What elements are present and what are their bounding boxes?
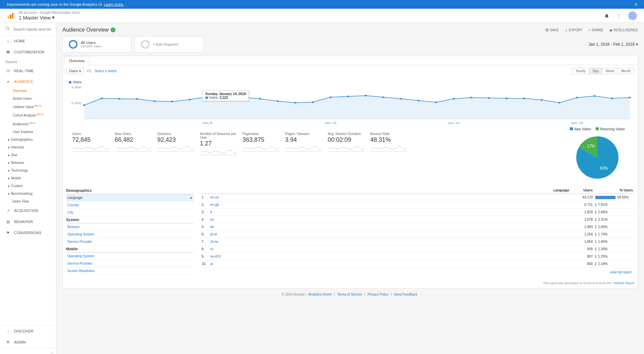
table-row: 3.fr 1,9292.66% [200, 209, 634, 216]
banner-close-icon[interactable]: × [635, 2, 637, 7]
sidebar-group-users-flow[interactable]: Users Flow [8, 197, 56, 205]
save-icon: 🖫 [545, 28, 549, 32]
sidebar: ⌂HOME ▦CUSTOMIZATION Reports ◷REAL-TIME … [0, 23, 56, 354]
export-button[interactable]: ⤓EXPORT [565, 28, 583, 32]
svg-point-21 [259, 98, 261, 100]
sidebar-group-technology[interactable]: ▸ Technology [8, 167, 56, 174]
chevron-right-icon: ▸ [8, 153, 10, 157]
chevron-right-icon: ▸ [8, 169, 10, 172]
lang-link-pt-br[interactable]: pt-br [210, 232, 217, 236]
home-icon: ⌂ [5, 39, 11, 43]
scorecard-avg-session-duration[interactable]: Avg. Session Duration00:02:09 [325, 132, 368, 156]
scorecard-bounce-rate[interactable]: Bounce Rate48.31% [368, 132, 410, 156]
sidebar-group-behavior[interactable]: ▸ Behavior [8, 159, 56, 167]
scorecard-sessions[interactable]: Sessions92,423 [155, 132, 197, 156]
lang-link-es[interactable]: es [210, 218, 214, 221]
lang-link-fr[interactable]: fr [210, 210, 212, 214]
announcement-banner: Improvements are coming soon to the Goog… [0, 0, 644, 9]
footer-link-terms-of-service[interactable]: Terms of Service [337, 293, 362, 296]
avatar[interactable] [628, 11, 637, 20]
share-button[interactable]: <SHARE [588, 28, 603, 32]
chart-tooltip: Sunday, January 14, 2018 Users: 2,122 [202, 90, 249, 101]
sidebar-item-home[interactable]: ⌂HOME [0, 36, 56, 46]
sidebar-group-interests[interactable]: ▸ Interests [8, 143, 56, 151]
chevron-right-icon: ▸ [8, 176, 10, 180]
time-toggle-week[interactable]: Week [602, 68, 618, 74]
sidebar-group-custom[interactable]: ▸ Custom [8, 182, 56, 190]
sidebar-item-customization[interactable]: ▦CUSTOMIZATION [0, 46, 56, 57]
tab-overview[interactable]: Overview [64, 56, 90, 65]
sidebar-item-realtime[interactable]: ◷REAL-TIME [0, 65, 56, 76]
lang-link-en-us[interactable]: en-us [210, 195, 219, 199]
banner-learn-more-link[interactable]: Learn more. [104, 2, 124, 6]
chevron-down-icon: ▾ [636, 42, 638, 47]
refresh-report-link[interactable]: Refresh Report [614, 281, 634, 285]
add-segment-button[interactable]: + Add Segment [135, 36, 203, 52]
dim-row-language[interactable]: Language▸ [66, 194, 194, 202]
intelligence-button[interactable]: ◉INTELLIGENCE [609, 28, 638, 32]
dim-row-screen-resolution[interactable]: Screen Resolution [66, 267, 194, 275]
dim-row-operating-system[interactable]: Operating System [66, 253, 194, 260]
search-input[interactable] [13, 27, 51, 31]
sidebar-group-benchmarking[interactable]: ▸ Benchmarking [8, 190, 56, 197]
sidebar-collapse-button[interactable]: ‹ [0, 348, 56, 354]
sidebar-group-mobile[interactable]: ▸ Mobile [8, 174, 56, 182]
sidebar-sub-user-explorer[interactable]: User Explorer [13, 128, 56, 136]
dim-row-service-provider[interactable]: Service Provider [66, 260, 194, 267]
date-range-picker[interactable]: Jan 1, 2018 - Feb 1, 2018▾ [589, 36, 638, 52]
visitor-pie-chart: New Visitor Returning Visitor 83%17% [560, 127, 634, 184]
notifications-icon[interactable] [604, 13, 610, 19]
users-line-chart[interactable]: 2,0004,000Jan 8Jan 15Jan 22Jan 29 [66, 85, 634, 125]
scorecard-pages-session[interactable]: Pages / Session3.94 [282, 132, 325, 156]
more-vert-icon[interactable]: ⋮ [616, 13, 622, 19]
sidebar-item-conversions[interactable]: ⚑CONVERSIONS [0, 227, 56, 238]
view-full-report-link[interactable]: view full report [610, 270, 632, 274]
svg-text:Jan 15: Jan 15 [324, 121, 336, 125]
lang-link-es-419[interactable]: es-419 [210, 255, 221, 258]
lang-link-ru[interactable]: ru [210, 247, 213, 251]
sidebar-sub-audiences[interactable]: AudiencesNEW [13, 120, 56, 128]
lang-link-de[interactable]: de [210, 225, 214, 229]
sidebar-sub-cohort-analysis[interactable]: Cohort AnalysisBETA [13, 111, 56, 119]
scorecard-new-users[interactable]: New Users66,482 [112, 132, 155, 156]
segment-all-users[interactable]: All Users100.00% Users [62, 36, 131, 52]
sidebar-search[interactable] [0, 23, 56, 36]
svg-point-25 [329, 96, 332, 98]
scorecard-pageviews[interactable]: Pageviews363,875 [240, 132, 282, 156]
dim-row-country[interactable]: Country [66, 202, 194, 209]
sidebar-sub-lifetime-value[interactable]: Lifetime ValueBETA [13, 102, 56, 111]
dim-row-city[interactable]: City [66, 209, 194, 216]
sidebar-item-admin[interactable]: ⚙ADMIN [0, 337, 56, 348]
scorecard-users[interactable]: Users72,845 [69, 132, 112, 156]
dim-row-service-provider[interactable]: Service Provider [66, 238, 194, 246]
sidebar-item-behavior[interactable]: ▥BEHAVIOR [0, 216, 56, 227]
chevron-right-icon: ▸ [8, 192, 10, 195]
lang-link-en-gb[interactable]: en-gb [210, 203, 219, 207]
breadcrumb[interactable]: All accounts › Google Merchandise Store … [19, 11, 80, 20]
time-toggle-month[interactable]: Month [618, 68, 634, 74]
select-metric-button[interactable]: Select a metric [95, 69, 117, 73]
sidebar-sub-overview[interactable]: Overview [13, 87, 56, 95]
lang-link-ja[interactable]: ja [210, 262, 213, 266]
metric-dropdown[interactable]: Users ▾ [66, 68, 84, 74]
dim-row-operating-system[interactable]: Operating System [66, 231, 194, 238]
sidebar-item-acquisition[interactable]: ↗ACQUISITION [0, 205, 56, 216]
dimension-selector: DemographicsLanguage▸CountryCitySystemBr… [66, 187, 194, 277]
table-row: 5.de 1,4832.05% [200, 223, 634, 231]
svg-point-33 [470, 97, 473, 98]
save-button[interactable]: 🖫SAVE [545, 28, 559, 32]
footer-link-send-feedback[interactable]: Send Feedback [394, 293, 417, 296]
lang-link-zh-tw[interactable]: zh-tw [210, 240, 218, 244]
footer-link-analytics-home[interactable]: Analytics Home [308, 293, 331, 296]
time-toggle-hourly[interactable]: Hourly [572, 68, 589, 74]
sidebar-item-discover[interactable]: ♀DISCOVER [0, 326, 56, 337]
time-toggle-day[interactable]: Day [589, 68, 602, 74]
dim-row-browser[interactable]: Browser [66, 223, 194, 231]
table-row: 7.zh-tw 1,0541.45% [200, 238, 634, 246]
sidebar-sub-active-users[interactable]: Active Users [13, 95, 56, 102]
scorecard-number-of-sessions-per-user[interactable]: Number of Sessions per User1.27 [197, 132, 240, 156]
sidebar-group-demographics[interactable]: ▸ Demographics [8, 136, 56, 143]
sidebar-item-audience[interactable]: ●AUDIENCE [0, 76, 56, 87]
sidebar-group-geo[interactable]: ▸ Geo [8, 151, 56, 159]
footer-link-privacy-policy[interactable]: Privacy Policy [368, 293, 388, 296]
